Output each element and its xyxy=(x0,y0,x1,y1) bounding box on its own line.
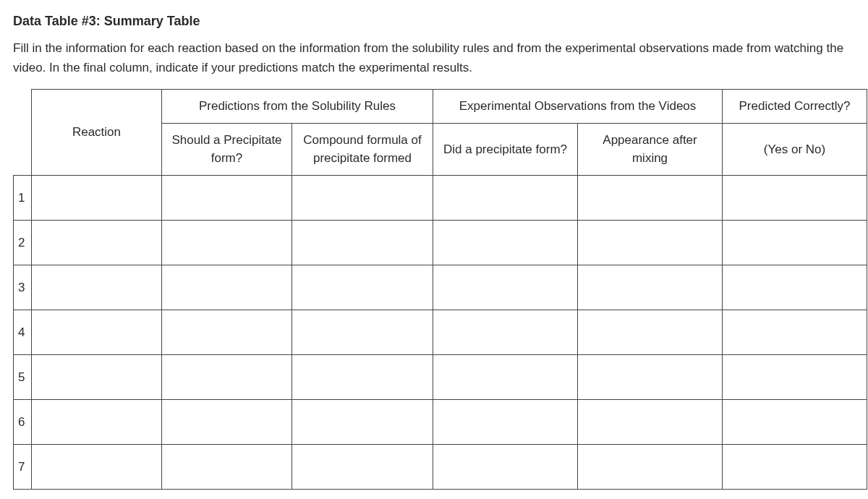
table-row: 5 xyxy=(14,354,867,399)
cell-did-form[interactable] xyxy=(433,444,578,489)
cell-compound-formula[interactable] xyxy=(292,444,433,489)
row-number: 2 xyxy=(14,220,32,265)
cell-appearance[interactable] xyxy=(578,354,723,399)
table-row: 6 xyxy=(14,399,867,444)
cell-predicted-correctly[interactable] xyxy=(723,220,867,265)
cell-appearance[interactable] xyxy=(578,310,723,354)
cell-reaction[interactable] xyxy=(32,175,162,220)
cell-should-form[interactable] xyxy=(162,310,292,354)
cell-reaction[interactable] xyxy=(32,399,162,444)
table-row: 4 xyxy=(14,310,867,354)
cell-did-form[interactable] xyxy=(433,354,578,399)
cell-should-form[interactable] xyxy=(162,444,292,489)
cell-predicted-correctly[interactable] xyxy=(723,175,867,220)
cell-should-form[interactable] xyxy=(162,354,292,399)
row-number: 1 xyxy=(14,175,32,220)
cell-compound-formula[interactable] xyxy=(292,265,433,310)
cell-reaction[interactable] xyxy=(32,220,162,265)
instructions-text: Fill in the information for each reactio… xyxy=(13,38,855,77)
header-did-form: Did a precipitate form? xyxy=(433,123,578,175)
header-appearance: Appearance after mixing xyxy=(578,123,723,175)
cell-reaction[interactable] xyxy=(32,354,162,399)
table-row: 2 xyxy=(14,220,867,265)
cell-compound-formula[interactable] xyxy=(292,310,433,354)
cell-predicted-correctly[interactable] xyxy=(723,310,867,354)
cell-did-form[interactable] xyxy=(433,265,578,310)
cell-appearance[interactable] xyxy=(578,175,723,220)
cell-should-form[interactable] xyxy=(162,399,292,444)
cell-compound-formula[interactable] xyxy=(292,399,433,444)
cell-predicted-correctly[interactable] xyxy=(723,265,867,310)
cell-compound-formula[interactable] xyxy=(292,175,433,220)
cell-reaction[interactable] xyxy=(32,310,162,354)
table-row: 1 xyxy=(14,175,867,220)
header-compound-formula: Compound formula of precipitate formed xyxy=(292,123,433,175)
cell-appearance[interactable] xyxy=(578,399,723,444)
cell-did-form[interactable] xyxy=(433,220,578,265)
cell-reaction[interactable] xyxy=(32,444,162,489)
header-predicted-correctly: Predicted Correctly? xyxy=(723,90,867,124)
cell-appearance[interactable] xyxy=(578,220,723,265)
table-row: 7 xyxy=(14,444,867,489)
table-title: Data Table #3: Summary Table xyxy=(13,12,855,31)
row-number: 6 xyxy=(14,399,32,444)
cell-did-form[interactable] xyxy=(433,399,578,444)
cell-appearance[interactable] xyxy=(578,265,723,310)
header-num-blank xyxy=(14,90,32,176)
cell-predicted-correctly[interactable] xyxy=(723,354,867,399)
header-yes-or-no: (Yes or No) xyxy=(723,123,867,175)
header-experimental-group: Experimental Observations from the Video… xyxy=(433,90,723,124)
cell-compound-formula[interactable] xyxy=(292,220,433,265)
row-number: 3 xyxy=(14,265,32,310)
cell-predicted-correctly[interactable] xyxy=(723,444,867,489)
table-row: 3 xyxy=(14,265,867,310)
cell-did-form[interactable] xyxy=(433,175,578,220)
row-number: 7 xyxy=(14,444,32,489)
cell-did-form[interactable] xyxy=(433,310,578,354)
header-reaction: Reaction xyxy=(32,90,162,176)
cell-predicted-correctly[interactable] xyxy=(723,399,867,444)
header-predictions-group: Predictions from the Solubility Rules xyxy=(162,90,433,124)
summary-table: Reaction Predictions from the Solubility… xyxy=(13,89,867,490)
cell-appearance[interactable] xyxy=(578,444,723,489)
cell-should-form[interactable] xyxy=(162,220,292,265)
row-number: 5 xyxy=(14,354,32,399)
cell-should-form[interactable] xyxy=(162,265,292,310)
cell-reaction[interactable] xyxy=(32,265,162,310)
row-number: 4 xyxy=(14,310,32,354)
cell-compound-formula[interactable] xyxy=(292,354,433,399)
cell-should-form[interactable] xyxy=(162,175,292,220)
header-should-form: Should a Precipitate form? xyxy=(162,123,292,175)
